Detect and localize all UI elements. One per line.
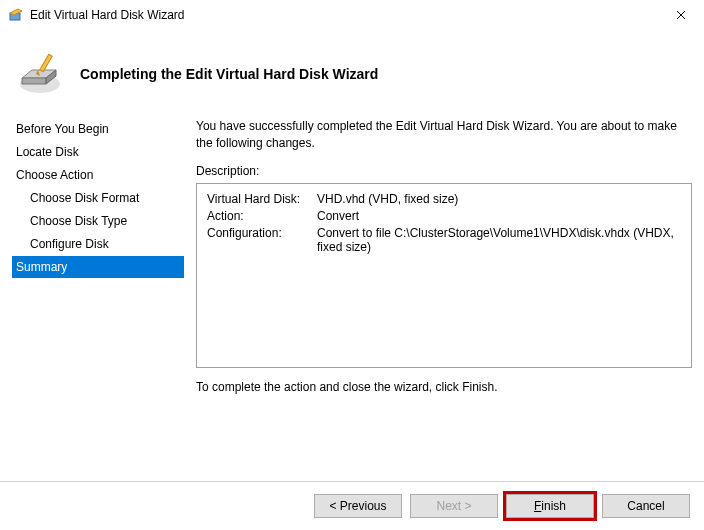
svg-rect-2 — [40, 54, 52, 72]
description-key: Action: — [207, 209, 317, 223]
content: You have successfully completed the Edit… — [184, 118, 692, 472]
description-key: Virtual Hard Disk: — [207, 192, 317, 206]
description-value: VHD.vhd (VHD, fixed size) — [317, 192, 681, 206]
wizard-large-icon — [16, 50, 64, 98]
previous-button[interactable]: < Previous — [314, 494, 402, 518]
description-row: Virtual Hard Disk:VHD.vhd (VHD, fixed si… — [207, 192, 681, 206]
sidebar: Before You BeginLocate DiskChoose Action… — [12, 118, 184, 472]
description-value: Convert — [317, 209, 681, 223]
sidebar-item-choose-action[interactable]: Choose Action — [12, 164, 184, 186]
page-title: Completing the Edit Virtual Hard Disk Wi… — [80, 66, 378, 82]
titlebar: Edit Virtual Hard Disk Wizard — [0, 0, 704, 30]
next-button: Next > — [410, 494, 498, 518]
sidebar-item-choose-disk-format[interactable]: Choose Disk Format — [12, 187, 184, 209]
description-label: Description: — [196, 164, 692, 178]
description-row: Configuration:Convert to file C:\Cluster… — [207, 226, 681, 254]
description-value: Convert to file C:\ClusterStorage\Volume… — [317, 226, 681, 254]
finish-hint: To complete the action and close the wiz… — [196, 380, 692, 394]
sidebar-item-choose-disk-type[interactable]: Choose Disk Type — [12, 210, 184, 232]
footer: < Previous Next > Finish Cancel — [0, 481, 704, 530]
window-title: Edit Virtual Hard Disk Wizard — [30, 8, 658, 22]
header: Completing the Edit Virtual Hard Disk Wi… — [0, 30, 704, 118]
close-button[interactable] — [658, 0, 704, 30]
sidebar-item-before-you-begin[interactable]: Before You Begin — [12, 118, 184, 140]
description-row: Action:Convert — [207, 209, 681, 223]
intro-text: You have successfully completed the Edit… — [196, 118, 692, 152]
description-key: Configuration: — [207, 226, 317, 254]
sidebar-item-configure-disk[interactable]: Configure Disk — [12, 233, 184, 255]
finish-button[interactable]: Finish — [506, 494, 594, 518]
sidebar-item-summary[interactable]: Summary — [12, 256, 184, 278]
wizard-icon — [8, 7, 24, 23]
description-box: Virtual Hard Disk:VHD.vhd (VHD, fixed si… — [196, 183, 692, 368]
sidebar-item-locate-disk[interactable]: Locate Disk — [12, 141, 184, 163]
cancel-button[interactable]: Cancel — [602, 494, 690, 518]
